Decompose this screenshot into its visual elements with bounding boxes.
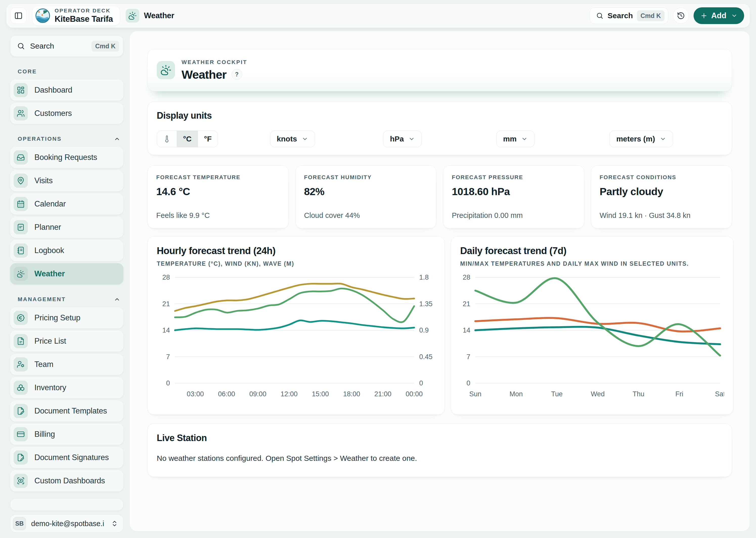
- history-button[interactable]: [673, 8, 689, 24]
- svg-text:14: 14: [162, 326, 170, 334]
- fahrenheit-option[interactable]: °F: [198, 131, 218, 147]
- chevron-down-icon: [408, 135, 415, 142]
- sidebar-item-billing[interactable]: Billing: [10, 424, 123, 445]
- svg-text:00:00: 00:00: [405, 390, 423, 398]
- svg-text:Thu: Thu: [633, 390, 644, 398]
- stat-value: 82%: [304, 186, 428, 198]
- svg-text:12:00: 12:00: [281, 390, 298, 398]
- sidebar-item-price-list[interactable]: Price List: [10, 331, 123, 352]
- inbox-icon: [17, 153, 25, 161]
- history-icon: [677, 12, 685, 20]
- sidebar-item-document-templates[interactable]: Document Templates: [10, 400, 123, 422]
- stat-label: FORECAST PRESSURE: [452, 174, 576, 181]
- scan-eye-icon: [17, 477, 25, 485]
- brand-logo: [35, 8, 50, 23]
- breadcrumb[interactable]: Weather: [126, 9, 174, 23]
- chevrons-up-down-icon: [111, 520, 118, 527]
- precipitation-unit-select[interactable]: mm: [496, 131, 535, 147]
- svg-text:Mon: Mon: [509, 390, 523, 398]
- sidebar-item-logbook[interactable]: Logbook: [10, 240, 123, 261]
- hourly-chart-subtitle: TEMPERATURE (°C), WIND (KN), WAVE (M): [157, 260, 435, 267]
- live-station-title: Live Station: [157, 433, 723, 443]
- user-cog-icon: [17, 360, 25, 368]
- stat-value: 1018.60 hPa: [452, 186, 576, 198]
- hourly-chart-title: Hourly forecast trend (24h): [157, 245, 435, 256]
- account-email: demo-kite@spotbase.i: [31, 519, 104, 528]
- sidebar-item-calendar[interactable]: Calendar: [10, 193, 123, 215]
- svg-text:21: 21: [463, 300, 470, 308]
- avatar: SB: [13, 517, 26, 530]
- search-icon: [17, 42, 25, 50]
- display-units-row: °C °F knotshPammmeters (m): [157, 131, 723, 147]
- sidebar-search-button[interactable]: Search Cmd K: [10, 35, 123, 57]
- stat-sub: Wind 19.1 kn · Gust 34.8 kn: [600, 211, 723, 220]
- daily-chart-title: Daily forecast trend (7d): [460, 245, 724, 256]
- sidebar-item-label: Calendar: [34, 199, 66, 208]
- svg-text:28: 28: [162, 274, 170, 281]
- celsius-option[interactable]: °C: [177, 131, 198, 147]
- sidebar-item-visits[interactable]: Visits: [10, 170, 123, 191]
- stat-value: Partly cloudy: [600, 186, 723, 198]
- display-units-card: Display units °C °F knotshPammmeters (m): [147, 101, 732, 155]
- sidebar-item-planner[interactable]: Planner: [10, 217, 123, 238]
- live-station-card: Live Station No weather stations configu…: [147, 423, 732, 477]
- file-text-icon: [17, 337, 25, 345]
- sidebar: Search Cmd K COREDashboardCustomersOPERA…: [10, 35, 123, 532]
- page-title: Weather: [181, 68, 226, 81]
- workspace-switcher[interactable]: OPERATOR DECK KiteBase Tarifa: [32, 6, 120, 26]
- sidebar-item-label: Dashboard: [34, 85, 72, 95]
- sidebar-item-customers[interactable]: Customers: [10, 103, 123, 124]
- sidebar-section-operations[interactable]: OPERATIONS: [18, 135, 120, 142]
- breadcrumb-label: Weather: [144, 11, 174, 20]
- forecast-stats-row: FORECAST TEMPERATURE14.6 °CFeels like 9.…: [147, 165, 732, 229]
- daily-chart-subtitle: MIN/MAX TEMPERATURES AND DAILY MAX WIND …: [460, 260, 724, 267]
- sidebar-item-inventory[interactable]: Inventory: [10, 377, 123, 398]
- cloud-sun-icon: [17, 270, 25, 278]
- stat-sub: Precipitation 0.00 mm: [452, 211, 576, 220]
- add-button[interactable]: Add: [693, 7, 744, 24]
- height-unit-select[interactable]: meters (m): [609, 131, 673, 147]
- calendar-icon: [17, 200, 25, 208]
- sidebar-search-kbd: Cmd K: [92, 41, 119, 52]
- help-button[interactable]: ?: [232, 69, 242, 80]
- sidebar-item-weather[interactable]: Weather: [10, 263, 123, 285]
- sidebar-item-dashboard[interactable]: Dashboard: [10, 80, 123, 101]
- svg-text:Tue: Tue: [551, 390, 563, 398]
- global-search-button[interactable]: Search Cmd K: [590, 7, 668, 24]
- sidebar-item-pricing-setup[interactable]: Pricing Setup: [10, 307, 123, 329]
- svg-text:0.45: 0.45: [419, 353, 433, 361]
- sidebar-section-management[interactable]: MANAGEMENT: [18, 296, 120, 303]
- account-switcher[interactable]: SB demo-kite@spotbase.i: [10, 515, 123, 532]
- stat-label: FORECAST TEMPERATURE: [156, 174, 280, 181]
- stat-value: 14.6 °C: [156, 186, 280, 198]
- weather-header-chip: [157, 61, 175, 79]
- thermometer-icon: [157, 131, 177, 147]
- sidebar-toggle-button[interactable]: [10, 8, 26, 24]
- sidebar-item-label: Custom Dashboards: [34, 476, 105, 485]
- sidebar-item-document-signatures[interactable]: Document Signatures: [10, 447, 123, 468]
- sidebar-item-team[interactable]: Team: [10, 354, 123, 375]
- sidebar-item-label: Visits: [34, 176, 53, 185]
- pressure-unit-select[interactable]: hPa: [383, 131, 422, 147]
- svg-text:7: 7: [466, 353, 470, 361]
- svg-text:06:00: 06:00: [218, 390, 235, 398]
- file-pen-icon: [17, 407, 25, 415]
- charts-row: Hourly forecast trend (24h) TEMPERATURE …: [147, 236, 732, 415]
- sidebar-item-custom-dashboards[interactable]: Custom Dashboards: [10, 470, 123, 491]
- sidebar-item-label: Booking Requests: [34, 153, 97, 162]
- stat-card-forecast-temperature: FORECAST TEMPERATURE14.6 °CFeels like 9.…: [147, 165, 289, 229]
- sidebar-item-label: Planner: [34, 223, 61, 232]
- chevron-down-icon: [731, 12, 737, 19]
- temperature-unit-toggle: °C °F: [157, 131, 218, 147]
- daily-forecast-card: Daily forecast trend (7d) MIN/MAX TEMPER…: [451, 236, 733, 415]
- sidebar-section-core: CORE: [18, 68, 120, 75]
- svg-text:03:00: 03:00: [187, 390, 204, 398]
- svg-text:28: 28: [463, 274, 470, 281]
- sidebar-item-booking-requests[interactable]: Booking Requests: [10, 147, 123, 168]
- stat-sub: Cloud cover 44%: [304, 211, 428, 220]
- wind-unit-select[interactable]: knots: [270, 131, 315, 147]
- users-icon: [17, 109, 25, 117]
- stat-card-forecast-conditions: FORECAST CONDITIONSPartly cloudyWind 19.…: [591, 165, 732, 229]
- chevron-up-icon: [114, 135, 120, 142]
- credit-card-icon: [17, 430, 25, 438]
